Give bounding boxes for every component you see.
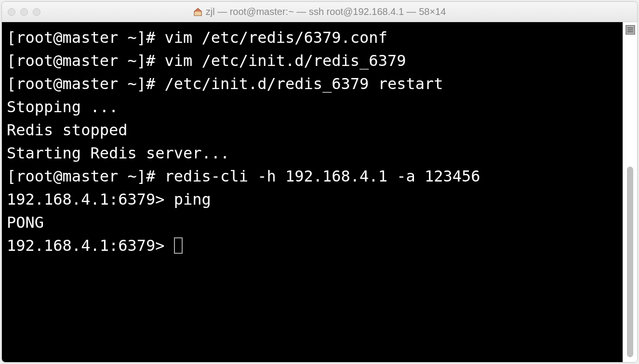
close-window-button[interactable]	[8, 8, 15, 16]
terminal-line: Redis stopped	[7, 118, 618, 142]
window-title-text: zjl — root@master:~ — ssh root@192.168.4…	[206, 6, 446, 17]
terminal-line: [root@master ~]# vim /etc/init.d/redis_6…	[7, 49, 618, 72]
scrollbar-thumb[interactable]	[627, 167, 633, 357]
terminal-line: [root@master ~]# /etc/init.d/redis_6379 …	[7, 72, 618, 95]
cursor-icon	[174, 237, 183, 254]
terminal-prompt-line: 192.168.4.1:6379>	[7, 234, 618, 257]
home-icon	[193, 7, 203, 17]
scrollbar-track[interactable]	[623, 37, 637, 362]
terminal-line: Starting Redis server...	[7, 142, 618, 165]
window-body: [root@master ~]# vim /etc/redis/6379.con…	[2, 22, 637, 362]
terminal-line: Stopping ...	[7, 95, 618, 118]
terminal-window: zjl — root@master:~ — ssh root@192.168.4…	[1, 1, 638, 363]
terminal-prompt-text: 192.168.4.1:6379>	[7, 236, 174, 255]
terminal-line: [root@master ~]# redis-cli -h 192.168.4.…	[7, 165, 618, 188]
window-titlebar[interactable]: zjl — root@master:~ — ssh root@192.168.4…	[2, 2, 637, 22]
terminal-line: PONG	[7, 211, 618, 234]
terminal-content[interactable]: [root@master ~]# vim /etc/redis/6379.con…	[2, 22, 623, 362]
terminal-line: [root@master ~]# vim /etc/redis/6379.con…	[7, 26, 618, 49]
right-gutter	[623, 22, 637, 362]
terminal-line: 192.168.4.1:6379> ping	[7, 188, 618, 211]
maximize-window-button[interactable]	[33, 8, 40, 16]
window-title: zjl — root@master:~ — ssh root@192.168.4…	[193, 6, 446, 17]
minimize-window-button[interactable]	[20, 8, 28, 16]
traffic-lights	[8, 8, 40, 16]
document-icon[interactable]	[626, 25, 635, 35]
